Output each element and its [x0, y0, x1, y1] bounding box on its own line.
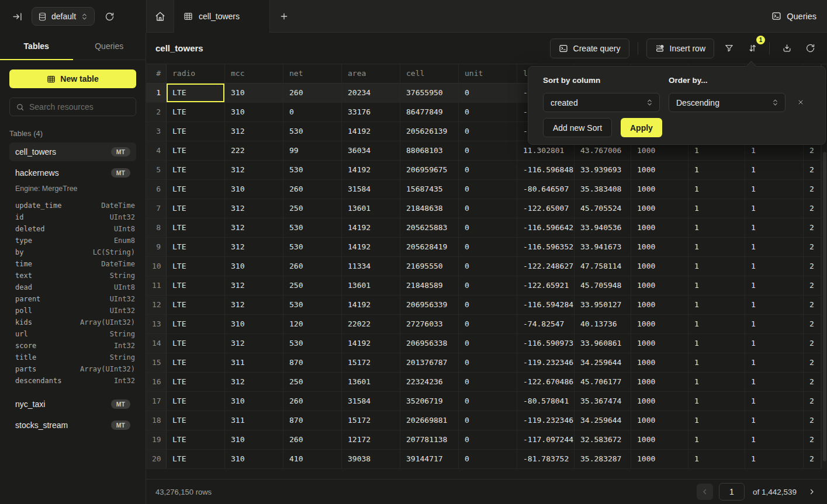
table-cell[interactable]: 31584 [342, 180, 400, 199]
table-cell[interactable]: 530 [283, 161, 342, 180]
table-cell[interactable]: 260 [283, 430, 342, 450]
table-cell[interactable]: 0 [459, 353, 517, 373]
table-cell[interactable]: 33.950127 [575, 296, 631, 315]
table-cell[interactable]: 2 [804, 315, 821, 334]
table-cell[interactable]: 1 [688, 296, 745, 315]
sidebar-expand-button[interactable] [9, 9, 25, 24]
table-cell[interactable]: 2 [804, 199, 821, 218]
table-cell[interactable]: LTE [167, 103, 225, 122]
table-cell[interactable]: 2 [804, 161, 821, 180]
table-cell[interactable]: 0 [459, 296, 517, 315]
database-selector[interactable]: default [32, 7, 95, 26]
table-cell[interactable]: 1000 [631, 315, 688, 334]
table-cell[interactable]: 2 [804, 411, 821, 430]
table-cell[interactable]: 1 [745, 238, 804, 257]
table-cell[interactable]: 2 [804, 334, 821, 353]
table-cell[interactable]: 1000 [631, 218, 688, 238]
table-cell[interactable]: 1 [688, 238, 745, 257]
table-cell[interactable]: 21695550 [400, 257, 459, 276]
table-cell[interactable]: 27276033 [400, 315, 459, 334]
table-cell[interactable]: 2 [804, 238, 821, 257]
table-cell[interactable]: 260 [283, 257, 342, 276]
table-list-item[interactable]: hackernewsMT [9, 164, 136, 182]
table-list-item[interactable]: stocks_streamMT [9, 416, 136, 435]
table-cell[interactable]: LTE [167, 353, 225, 373]
table-cell[interactable]: -80.646507 [517, 180, 575, 199]
table-cell[interactable]: LTE [167, 373, 225, 392]
table-cell[interactable]: 205625883 [400, 218, 459, 238]
table-cell[interactable]: 260 [283, 392, 342, 411]
table-cell[interactable]: LTE [167, 141, 225, 161]
table-cell[interactable]: 312 [225, 218, 283, 238]
table-cell[interactable]: 0 [459, 180, 517, 199]
table-cell[interactable]: 1 [688, 218, 745, 238]
table-cell[interactable]: 1000 [631, 180, 688, 199]
table-cell[interactable]: LTE [167, 411, 225, 430]
table-cell[interactable]: -116.596352 [517, 238, 575, 257]
table-cell[interactable]: 1 [688, 430, 745, 450]
filter-button[interactable] [720, 40, 738, 57]
table-cell[interactable]: 0 [459, 199, 517, 218]
table-cell[interactable]: 311 [225, 353, 283, 373]
table-cell[interactable]: 14192 [342, 238, 400, 257]
table-cell[interactable]: 310 [225, 257, 283, 276]
table-cell[interactable]: 99 [283, 141, 342, 161]
table-cell[interactable]: -122.65921 [517, 276, 575, 296]
table-cell[interactable]: 310 [225, 180, 283, 199]
table-cell[interactable]: 312 [225, 276, 283, 296]
table-cell[interactable]: 15687435 [400, 180, 459, 199]
queries-button[interactable]: Queries [771, 11, 816, 21]
table-cell[interactable]: 207781138 [400, 430, 459, 450]
table-cell[interactable]: 0 [459, 411, 517, 430]
table-cell[interactable]: 201376787 [400, 353, 459, 373]
table-cell[interactable]: 250 [283, 199, 342, 218]
table-cell[interactable]: 2 [804, 296, 821, 315]
table-cell[interactable]: LTE [167, 450, 225, 469]
table-cell[interactable]: 410 [283, 450, 342, 469]
table-cell[interactable]: 222 [225, 141, 283, 161]
table-list-item[interactable]: nyc_taxiMT [9, 395, 136, 413]
table-cell[interactable]: 0 [459, 218, 517, 238]
table-cell[interactable]: 0 [459, 315, 517, 334]
table-cell[interactable]: 0 [459, 276, 517, 296]
table-cell[interactable]: LTE [167, 122, 225, 141]
table-cell[interactable]: 1 [745, 334, 804, 353]
table-cell[interactable]: 13601 [342, 199, 400, 218]
table-list-item[interactable]: cell_towersMT [9, 142, 136, 161]
column-header[interactable]: net [283, 64, 342, 84]
table-cell[interactable]: 1 [745, 353, 804, 373]
table-cell[interactable]: 45.705524 [575, 199, 631, 218]
table-cell[interactable]: 1 [745, 276, 804, 296]
table-cell[interactable]: 1 [745, 161, 804, 180]
table-cell[interactable]: 312 [225, 199, 283, 218]
table-cell[interactable]: 311 [225, 411, 283, 430]
table-cell[interactable]: 1 [688, 199, 745, 218]
table-cell[interactable]: 39144717 [400, 450, 459, 469]
table-cell[interactable]: 34.259644 [575, 353, 631, 373]
table-cell[interactable]: 0 [459, 161, 517, 180]
table-cell[interactable]: 0 [459, 122, 517, 141]
table-cell[interactable]: 870 [283, 411, 342, 430]
table-cell[interactable]: 312 [225, 373, 283, 392]
table-cell[interactable]: 34.259644 [575, 411, 631, 430]
table-cell[interactable]: 32.583672 [575, 430, 631, 450]
table-cell[interactable]: 14192 [342, 122, 400, 141]
table-cell[interactable]: 1 [688, 392, 745, 411]
table-cell[interactable]: 260 [283, 180, 342, 199]
table-cell[interactable]: 35.367474 [575, 392, 631, 411]
table-cell[interactable]: 310 [225, 430, 283, 450]
previous-page-button[interactable] [697, 484, 713, 500]
table-cell[interactable]: 33.939693 [575, 161, 631, 180]
table-cell[interactable]: 2 [804, 353, 821, 373]
table-cell[interactable]: 0 [459, 373, 517, 392]
table-cell[interactable]: 39038 [342, 450, 400, 469]
column-header[interactable]: mcc [225, 64, 283, 84]
table-cell[interactable]: 312 [225, 296, 283, 315]
sort-button[interactable]: 1 [743, 40, 761, 57]
new-table-button[interactable]: New table [9, 69, 136, 88]
search-input[interactable] [29, 102, 135, 112]
table-cell[interactable]: -122.65007 [517, 199, 575, 218]
table-cell[interactable]: 250 [283, 276, 342, 296]
table-cell[interactable]: 1 [688, 161, 745, 180]
table-cell[interactable]: 2 [804, 218, 821, 238]
